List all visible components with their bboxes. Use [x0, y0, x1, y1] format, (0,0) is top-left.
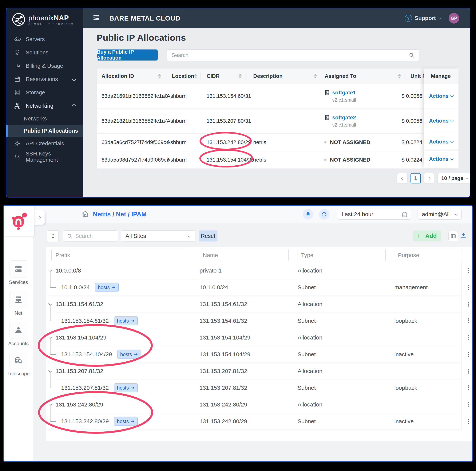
prefix-filter-input[interactable]	[51, 249, 190, 261]
sidebar-item-reservations[interactable]: Reservations	[6, 72, 83, 86]
row-menu-button[interactable]	[468, 320, 469, 321]
current-page[interactable]: 1	[410, 173, 421, 183]
row-menu-button[interactable]	[468, 387, 469, 389]
prefix: 131.153.154.104/29	[61, 351, 112, 357]
chevron-down-icon	[187, 234, 191, 237]
time-range-input[interactable]	[337, 209, 411, 219]
user-avatar[interactable]: GP	[449, 13, 459, 24]
home-icon[interactable]	[82, 210, 89, 218]
allocation-id: 63da21821bf3163552ffc1a4	[102, 118, 168, 124]
name: 131.153.207.81/32	[200, 385, 247, 391]
page-size-select[interactable]: 10 / page	[438, 173, 470, 183]
row-menu-button[interactable]	[468, 404, 469, 405]
sidebar-item-networks[interactable]: Networks	[6, 113, 83, 125]
hosts-link[interactable]: hosts	[114, 316, 138, 325]
sidebar-item-label: API Credentials	[26, 140, 64, 147]
buy-public-ip-button[interactable]: Buy a Public IP Allocation	[97, 49, 158, 61]
sidebar-item-solutions[interactable]: Solutions	[6, 46, 83, 59]
sidebar-item-public-ip-allocations[interactable]: Public IP Allocations	[6, 125, 83, 137]
globe-icon	[12, 12, 26, 27]
bar-chart-icon	[14, 63, 21, 69]
netris-logo[interactable]	[4, 206, 34, 236]
next-page-button[interactable]	[424, 173, 434, 183]
sort-icon[interactable]	[398, 74, 401, 79]
name: private-1	[200, 267, 222, 274]
sidebar-item-servers[interactable]: Servers	[6, 32, 83, 46]
sites-filter-select[interactable]: All Sites	[121, 230, 195, 242]
sidebar-item-api-credentials[interactable]: API Credentials	[6, 137, 83, 150]
support-menu[interactable]: ? Support	[405, 15, 441, 22]
search-input[interactable]	[167, 50, 419, 61]
col-allocation-id: Allocation ID	[102, 73, 134, 79]
netris-main: All Sites Reset + Add	[33, 223, 472, 461]
sidebar-item-label: Storage	[26, 89, 45, 96]
type: Allocation	[298, 334, 322, 341]
prev-page-button[interactable]	[397, 173, 408, 183]
row-menu-button[interactable]	[468, 304, 469, 305]
sort-icon[interactable]	[158, 74, 161, 79]
allocation-id: 63da5a6cd7527f74d9f069c4	[102, 139, 169, 146]
purpose-filter-input[interactable]	[394, 249, 463, 261]
hosts-link[interactable]: hosts	[114, 383, 138, 392]
sort-icon[interactable]	[194, 74, 197, 79]
network-icon	[14, 102, 21, 109]
arrow-right-icon	[111, 285, 116, 290]
collapse-all-button[interactable]	[47, 230, 59, 242]
server-type: s2.c1.small	[332, 122, 356, 128]
sidebar-item-services[interactable]: Services	[4, 260, 33, 285]
sort-icon[interactable]	[314, 74, 317, 79]
row-menu-button[interactable]	[468, 354, 469, 355]
assigned-server-link[interactable]: softgate2	[324, 114, 356, 121]
reset-button[interactable]: Reset	[199, 230, 218, 242]
sidebar-item-storage[interactable]: Storage	[6, 86, 83, 99]
allocation-id: 63da5a98d7527f74d9f069c8	[102, 157, 170, 163]
sidebar-collapse-icon[interactable]	[92, 14, 100, 23]
row-menu-button[interactable]	[468, 270, 469, 271]
calendar-icon[interactable]	[402, 211, 408, 218]
prefix: 131.153.154.61/32	[61, 318, 109, 324]
purpose: inactive	[394, 418, 414, 424]
refresh-button[interactable]	[319, 209, 330, 220]
sort-icon[interactable]	[238, 74, 242, 79]
sidebar-item-billing[interactable]: Billing & Usage	[6, 59, 83, 72]
assigned-server-link[interactable]: softgate1	[324, 90, 356, 96]
name-filter-input[interactable]	[199, 249, 289, 261]
type: Allocation	[298, 301, 322, 307]
row-menu-button[interactable]	[468, 287, 469, 288]
add-button[interactable]: + Add	[413, 230, 441, 242]
brand-name: phoenixNAP	[28, 14, 74, 22]
hosts-link[interactable]: hosts	[117, 350, 141, 359]
row-menu-button[interactable]	[468, 371, 469, 372]
prefix: 10.0.0.0/8	[56, 267, 81, 274]
netris-topbar: Netris / Net / IPAM admin@A	[4, 206, 472, 223]
actions-dropdown[interactable]: Actions	[424, 150, 459, 168]
row-menu-button[interactable]	[468, 337, 469, 338]
assigned-status: NOT ASSIGNED	[330, 139, 370, 146]
arrow-right-icon	[130, 386, 135, 390]
breadcrumb[interactable]: Netris / Net / IPAM	[93, 211, 147, 218]
notifications-button[interactable]	[303, 209, 313, 220]
actions-dropdown[interactable]: Actions	[424, 84, 459, 109]
type: Subnet	[298, 385, 316, 391]
search-input[interactable]	[63, 231, 118, 241]
prefix: 10.1.0.0/24	[61, 284, 90, 291]
account-select[interactable]: admin@All	[418, 209, 461, 220]
location: Ashburn	[167, 93, 187, 99]
sidebar-expand-button[interactable]	[34, 210, 45, 225]
download-button[interactable]	[460, 232, 467, 239]
actions-dropdown[interactable]: Actions	[424, 133, 459, 150]
phoenixnap-logo[interactable]: phoenixNAP GLOBAL IT SERVICES	[12, 12, 74, 27]
row-menu-button[interactable]	[468, 421, 469, 422]
sidebar-item-telescope[interactable]: Telescope	[4, 352, 33, 377]
type-filter-input[interactable]	[297, 249, 385, 261]
sidebar-item-networking[interactable]: Networking	[6, 99, 83, 113]
sidebar-item-accounts[interactable]: Accounts	[4, 322, 33, 347]
sidebar-item-ssh-keys[interactable]: SSH Keys Management	[6, 150, 83, 163]
hosts-link[interactable]: hosts	[95, 283, 119, 292]
search-icon[interactable]	[409, 52, 414, 59]
hosts-link[interactable]: hosts	[114, 417, 138, 426]
columns-toggle-button[interactable]	[448, 231, 458, 241]
actions-dropdown[interactable]: Actions	[424, 109, 459, 133]
sidebar-item-net[interactable]: Net	[4, 291, 33, 316]
purpose: inactive	[394, 351, 414, 357]
